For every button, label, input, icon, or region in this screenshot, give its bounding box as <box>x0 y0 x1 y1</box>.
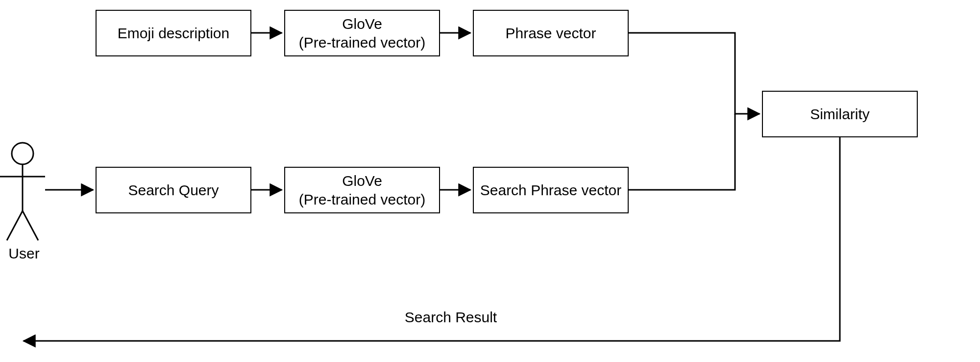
glove-top-line1: GloVe <box>299 15 425 33</box>
arrow-phrase-to-similarity <box>629 33 760 114</box>
glove-bottom-line2: (Pre-trained vector) <box>299 190 425 209</box>
arrow-searchvec-to-similarity <box>629 114 735 190</box>
svg-line-3 <box>7 211 23 240</box>
box-similarity: Similarity <box>762 91 918 137</box>
glove-top-line2: (Pre-trained vector) <box>299 33 425 52</box>
svg-point-0 <box>12 143 33 164</box>
box-search-query: Search Query <box>96 167 251 213</box>
box-search-phrase-vector: Search Phrase vector <box>473 167 629 213</box>
box-emoji-description: Emoji description <box>96 10 251 56</box>
glove-bottom-line1: GloVe <box>299 172 425 190</box>
user-label: User <box>7 245 41 262</box>
box-glove-bottom: GloVe (Pre-trained vector) <box>284 167 440 213</box>
box-phrase-vector: Phrase vector <box>473 10 629 56</box>
box-glove-top: GloVe (Pre-trained vector) <box>284 10 440 56</box>
search-result-label: Search Result <box>387 309 514 326</box>
svg-line-4 <box>23 211 38 240</box>
diagram-canvas: User Emoji description GloVe (Pre-traine… <box>0 0 980 362</box>
